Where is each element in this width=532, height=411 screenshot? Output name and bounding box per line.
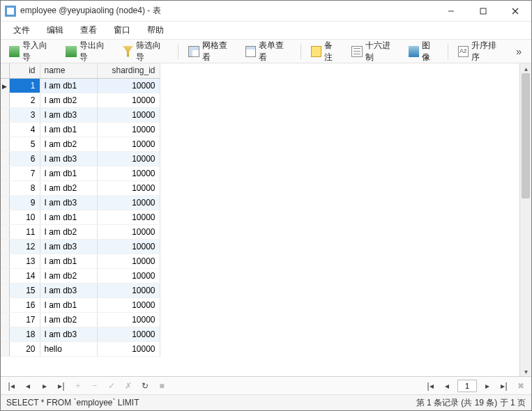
hex-button[interactable]: 十六进制 (347, 38, 401, 65)
cell-sharding-id[interactable]: 10000 (97, 180, 160, 195)
scrollbar-thumb[interactable] (522, 73, 530, 199)
cell-name[interactable]: I am db3 (40, 195, 97, 210)
table-row[interactable]: 16I am db110000 (1, 297, 160, 312)
toolbar-overflow-button[interactable]: » (510, 46, 527, 57)
row-marker[interactable] (1, 224, 9, 239)
cell-id[interactable]: 1 (9, 78, 40, 93)
cell-id[interactable]: 7 (9, 166, 40, 180)
menu-file[interactable]: 文件 (6, 22, 37, 38)
table-row[interactable]: 7I am db110000 (1, 166, 160, 180)
cell-id[interactable]: 8 (9, 180, 40, 195)
cell-name[interactable]: I am db2 (40, 312, 97, 327)
cell-sharding-id[interactable]: 10000 (97, 312, 160, 327)
cell-name[interactable]: I am db1 (40, 254, 97, 268)
cell-sharding-id[interactable]: 10000 (97, 151, 160, 166)
table-row[interactable]: 13I am db110000 (1, 254, 160, 268)
cell-name[interactable]: I am db3 (40, 283, 97, 297)
cell-name[interactable]: I am db1 (40, 122, 97, 137)
close-button[interactable] (499, 1, 531, 21)
cell-id[interactable]: 11 (9, 224, 40, 239)
cell-id[interactable]: 18 (9, 327, 40, 341)
data-grid[interactable]: id name sharding_id 1I am db1100002I am … (1, 63, 519, 376)
form-view-button[interactable]: 表单查看 (241, 38, 295, 65)
scroll-down-icon[interactable]: ▾ (520, 366, 531, 376)
nav-apply-button[interactable]: ✓ (105, 380, 118, 392)
page-prev-button[interactable]: ◂ (441, 380, 453, 392)
cell-sharding-id[interactable]: 10000 (97, 122, 160, 137)
cell-name[interactable]: hello (40, 341, 97, 356)
cell-name[interactable]: I am db2 (40, 93, 97, 107)
table-row[interactable]: 8I am db210000 (1, 180, 160, 195)
minimize-button[interactable] (435, 1, 467, 21)
row-marker[interactable] (1, 166, 9, 180)
cell-sharding-id[interactable]: 10000 (97, 283, 160, 297)
table-row[interactable]: 14I am db210000 (1, 268, 160, 283)
cell-sharding-id[interactable]: 10000 (97, 297, 160, 312)
menu-edit[interactable]: 编辑 (40, 22, 70, 38)
table-row[interactable]: 12I am db310000 (1, 239, 160, 254)
row-marker[interactable] (1, 297, 9, 312)
scroll-up-icon[interactable]: ▴ (520, 63, 531, 73)
cell-name[interactable]: I am db3 (40, 151, 97, 166)
table-row[interactable]: 17I am db210000 (1, 312, 160, 327)
row-marker[interactable] (1, 268, 9, 283)
table-row[interactable]: 10I am db110000 (1, 210, 160, 224)
cell-sharding-id[interactable]: 10000 (97, 107, 160, 122)
nav-cancel-button[interactable]: ✗ (122, 380, 135, 392)
cell-name[interactable]: I am db2 (40, 224, 97, 239)
cell-sharding-id[interactable]: 10000 (97, 210, 160, 224)
row-marker[interactable] (1, 180, 9, 195)
column-header-id[interactable]: id (9, 63, 40, 78)
cell-name[interactable]: I am db2 (40, 268, 97, 283)
cell-id[interactable]: 9 (9, 195, 40, 210)
cell-sharding-id[interactable]: 10000 (97, 137, 160, 151)
table-row[interactable]: 3I am db310000 (1, 107, 160, 122)
row-marker[interactable] (1, 254, 9, 268)
sort-asc-button[interactable]: 升序排序 (454, 38, 508, 65)
row-marker-header[interactable] (1, 63, 9, 78)
cell-id[interactable]: 13 (9, 254, 40, 268)
row-marker[interactable] (1, 210, 9, 224)
row-marker[interactable] (1, 283, 9, 297)
cell-id[interactable]: 5 (9, 137, 40, 151)
maximize-button[interactable] (467, 1, 499, 21)
menu-window[interactable]: 窗口 (107, 22, 137, 38)
table-row[interactable]: 18I am db310000 (1, 327, 160, 341)
table-row[interactable]: 9I am db310000 (1, 195, 160, 210)
nav-stop-button[interactable]: ■ (155, 380, 168, 392)
cell-name[interactable]: I am db1 (40, 166, 97, 180)
cell-sharding-id[interactable]: 10000 (97, 268, 160, 283)
menu-view[interactable]: 查看 (73, 22, 104, 38)
grid-view-button[interactable]: 网格查看 (184, 38, 238, 65)
cell-sharding-id[interactable]: 10000 (97, 327, 160, 341)
table-row[interactable]: 1I am db110000 (1, 78, 160, 93)
page-settings-button[interactable]: ✖ (515, 380, 527, 392)
nav-refresh-button[interactable]: ↻ (139, 380, 151, 392)
cell-name[interactable]: I am db2 (40, 180, 97, 195)
notes-button[interactable]: 备注 (307, 38, 344, 65)
row-marker[interactable] (1, 137, 9, 151)
image-button[interactable]: 图像 (404, 38, 442, 65)
cell-id[interactable]: 12 (9, 239, 40, 254)
nav-add-button[interactable]: ＋ (72, 380, 84, 392)
cell-name[interactable]: I am db3 (40, 107, 97, 122)
row-marker[interactable] (1, 122, 9, 137)
page-last-button[interactable]: ▸| (498, 380, 510, 392)
cell-id[interactable]: 14 (9, 268, 40, 283)
cell-id[interactable]: 2 (9, 93, 40, 107)
import-wizard-button[interactable]: 导入向导 (5, 38, 59, 65)
cell-name[interactable]: I am db3 (40, 327, 97, 341)
row-marker[interactable] (1, 151, 9, 166)
cell-name[interactable]: I am db2 (40, 137, 97, 151)
row-marker[interactable] (1, 327, 9, 341)
cell-id[interactable]: 16 (9, 297, 40, 312)
cell-sharding-id[interactable]: 10000 (97, 93, 160, 107)
cell-id[interactable]: 3 (9, 107, 40, 122)
row-marker[interactable] (1, 341, 9, 356)
cell-id[interactable]: 17 (9, 312, 40, 327)
table-row[interactable]: 2I am db210000 (1, 93, 160, 107)
row-marker[interactable] (1, 312, 9, 327)
row-marker[interactable] (1, 78, 9, 93)
cell-sharding-id[interactable]: 10000 (97, 224, 160, 239)
cell-name[interactable]: I am db1 (40, 78, 97, 93)
